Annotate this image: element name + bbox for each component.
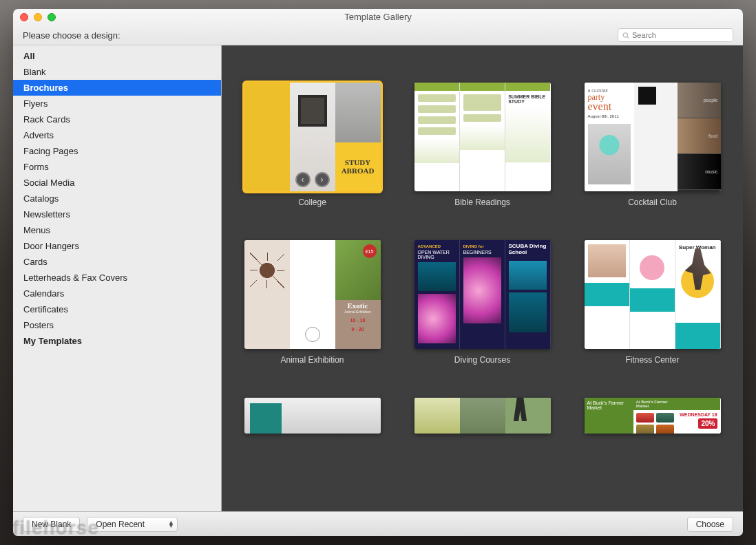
search-input[interactable] [632,31,728,39]
minimize-icon[interactable] [34,13,42,21]
thumbnail[interactable]: ‹ › STUDY ABROAD [244,83,381,191]
titlebar: Template Gallery Please choose a design: [13,9,743,45]
sidebar-item-blank[interactable]: Blank [13,64,221,80]
sidebar-item-letterheads[interactable]: Letterheads & Fax Covers [13,270,221,286]
template-partial-3[interactable]: At Buck's Farmer Market At Buck's Farmer… [581,398,724,434]
svg-line-1 [627,36,629,39]
footer: New Blank Open Recent ▲▼ Choose [13,511,743,536]
template-label: Diving Courses [454,355,510,365]
sidebar-item-rack-cards[interactable]: Rack Cards [13,111,221,127]
sidebar-item-calendars[interactable]: Calendars [13,286,221,301]
window: Template Gallery Please choose a design:… [13,9,743,536]
thumbnail[interactable]: ADVANCEDOPEN WATER DIVING DIVING forBEGI… [414,240,551,349]
template-label: College [298,197,326,207]
subtitle: Please choose a design: [23,30,120,41]
template-animal-exhibition[interactable]: £15 Exotic Animal Exhibition 10 - 18 9 -… [241,240,384,365]
sidebar-item-posters[interactable]: Posters [13,317,221,333]
chevron-updown-icon: ▲▼ [168,521,174,528]
thumbnail[interactable]: SUMMER BIBLE STUDY [414,83,551,191]
sidebar-item-door-hangers[interactable]: Door Hangers [13,238,221,254]
template-label: Animal Exhibition [280,355,344,365]
template-fitness-center[interactable]: Super Woman Fitness Center [581,240,724,365]
thumbnail[interactable]: At Buck's Farmer Market At Buck's Farmer… [585,398,721,434]
template-partial-2[interactable] [411,398,554,434]
new-blank-button[interactable]: New Blank [23,517,80,532]
thumbnail[interactable]: £15 Exotic Animal Exhibition 10 - 18 9 -… [244,240,381,349]
sidebar-item-adverts[interactable]: Adverts [13,127,221,143]
search-icon [622,32,629,39]
chevron-right-icon[interactable]: › [315,172,330,187]
sidebar: All Blank Brochures Flyers Rack Cards Ad… [13,45,222,511]
svg-point-0 [623,32,627,36]
sidebar-item-facing-pages[interactable]: Facing Pages [13,143,221,159]
traffic-lights [20,13,56,21]
sidebar-item-my-templates[interactable]: My Templates [13,333,221,349]
template-college[interactable]: ‹ › STUDY ABROAD College [241,83,384,207]
thumbnail[interactable] [414,398,551,434]
sidebar-item-brochures[interactable]: Brochures [13,80,221,96]
template-diving-courses[interactable]: ADVANCEDOPEN WATER DIVING DIVING forBEGI… [411,240,554,365]
choose-button[interactable]: Choose [687,517,733,532]
search-field[interactable] [618,28,733,42]
close-icon[interactable] [20,13,28,21]
template-label: Bible Readings [454,197,510,207]
sidebar-item-newsletters[interactable]: Newsletters [13,206,221,222]
content: ‹ › STUDY ABROAD College SUMMER BIBLE ST… [222,45,743,511]
sidebar-item-forms[interactable]: Forms [13,159,221,175]
sidebar-item-cards[interactable]: Cards [13,254,221,270]
template-cocktail-club[interactable]: a cocktail party event August 8th, 2011 … [581,83,724,207]
sidebar-item-social-media[interactable]: Social Media [13,175,221,191]
sidebar-item-menus[interactable]: Menus [13,222,221,238]
sidebar-item-flyers[interactable]: Flyers [13,96,221,111]
fullscreen-icon[interactable] [48,13,56,21]
chevron-left-icon[interactable]: ‹ [295,172,311,187]
sidebar-item-all[interactable]: All [13,48,221,64]
template-partial-1[interactable] [241,398,384,434]
window-title: Template Gallery [13,9,743,22]
thumbnail[interactable]: a cocktail party event August 8th, 2011 … [585,83,721,191]
template-grid: ‹ › STUDY ABROAD College SUMMER BIBLE ST… [241,83,724,434]
open-recent-select[interactable]: Open Recent ▲▼ [87,517,178,532]
thumbnail[interactable]: Super Woman [585,240,721,349]
thumbnail[interactable] [244,398,381,434]
body: All Blank Brochures Flyers Rack Cards Ad… [13,45,743,511]
sidebar-item-certificates[interactable]: Certificates [13,301,221,317]
template-label: Fitness Center [625,355,679,365]
sidebar-item-catalogs[interactable]: Catalogs [13,191,221,206]
template-bible-readings[interactable]: SUMMER BIBLE STUDY Bible Readings [411,83,554,207]
template-label: Cocktail Club [628,197,677,207]
